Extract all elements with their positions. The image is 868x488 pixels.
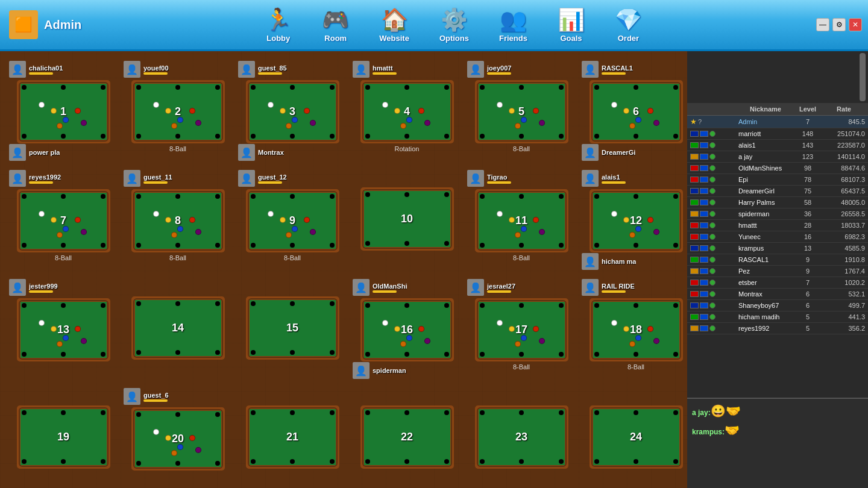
player1-avatar-1: 👤 <box>9 61 26 78</box>
pocket-bm-3 <box>290 134 295 139</box>
pool-table-13[interactable]: 13 <box>17 298 110 361</box>
pool-table-7[interactable]: 7 <box>17 189 110 252</box>
lb-row-7[interactable]: Harry Palms5848005.0 <box>687 197 868 208</box>
pool-table-19[interactable]: 19 <box>17 405 110 469</box>
player1-stars-7 <box>29 181 53 184</box>
table-cell-6: 👤RASCAL16👤DreamerGi <box>582 60 687 163</box>
pool-table-20[interactable]: 20 <box>131 407 225 471</box>
lb-flags-14 <box>690 280 738 286</box>
pool-table-2[interactable]: 2 <box>131 80 225 143</box>
pocket-tm-20 <box>175 412 180 417</box>
minimize-button[interactable]: — <box>816 18 829 31</box>
ball-4-table-1 <box>81 120 87 126</box>
pool-table-14[interactable]: 14 <box>131 296 225 360</box>
pocket-br-18 <box>673 352 678 357</box>
lb-row-3[interactable]: a jay123140114.0 <box>687 151 868 163</box>
lb-rate-17: 441.3 <box>823 313 865 321</box>
pool-table-4[interactable]: 4 <box>360 80 454 143</box>
table-number-11: 11 <box>515 214 527 227</box>
lb-row-13[interactable]: Pez91767.4 <box>687 266 868 277</box>
nav-item-friends[interactable]: 👥Friends <box>490 4 536 46</box>
pool-table-8[interactable]: 8 <box>131 189 225 252</box>
ball-5-table-9 <box>286 232 292 238</box>
pool-table-6[interactable]: 6 <box>590 80 683 143</box>
pocket-br-7 <box>101 243 105 248</box>
lb-row-0[interactable]: ★?Admin7845.5 <box>687 116 868 128</box>
ball-0-table-9 <box>268 211 274 217</box>
lb-row-15[interactable]: Montrax6532.1 <box>687 289 868 300</box>
pool-table-3[interactable]: 3 <box>246 80 339 143</box>
flag2-13 <box>700 268 708 274</box>
lb-row-12[interactable]: RASCAL191910.8 <box>687 254 868 266</box>
ball-5-table-20 <box>171 450 177 456</box>
settings-button[interactable]: ⚙ <box>832 18 846 31</box>
pool-table-23[interactable]: 23 <box>475 405 568 469</box>
pool-table-11[interactable]: 11 <box>475 189 568 252</box>
pool-table-15[interactable]: 15 <box>246 296 339 360</box>
close-button[interactable]: ✕ <box>849 18 862 31</box>
player1-name-3: guest_85 <box>258 64 287 72</box>
pocket-tr-11 <box>559 194 564 199</box>
pocket-tm-8 <box>175 194 180 199</box>
lb-row-14[interactable]: etsber71020.2 <box>687 277 868 289</box>
lb-row-18[interactable]: reyes19925356.2 <box>687 323 868 334</box>
table-cell-23: 23 <box>467 387 576 471</box>
pocket-bm-9 <box>290 243 295 248</box>
lb-level-16: 6 <box>793 302 823 309</box>
pocket-tl-19 <box>22 410 27 415</box>
pool-table-16[interactable]: 16 <box>360 298 454 361</box>
ball-1-table-13 <box>51 326 57 332</box>
nav-item-lobby[interactable]: 🏃Lobby <box>256 4 301 46</box>
pocket-bm-7 <box>61 243 66 248</box>
lb-name-4: OldManShines <box>738 164 793 172</box>
nav-item-room[interactable]: 🎮Room <box>313 4 358 46</box>
pool-table-9[interactable]: 9 <box>246 189 339 252</box>
pool-table-10[interactable]: 10 <box>360 187 454 251</box>
lb-row-11[interactable]: krampus134585.9 <box>687 243 868 254</box>
ball-0-table-2 <box>153 102 159 108</box>
player1-name-9: guest_12 <box>258 174 287 181</box>
pool-table-5[interactable]: 5 <box>475 80 568 143</box>
lb-name-9: hmattt <box>738 222 793 229</box>
lb-name-2: alais1 <box>738 142 793 149</box>
lb-rate-15: 532.1 <box>823 290 865 298</box>
lb-row-4[interactable]: OldManShines9888474.6 <box>687 163 868 174</box>
ball-1-table-3 <box>280 108 286 114</box>
nav-item-order[interactable]: 💎Order <box>606 4 651 46</box>
lb-row-2[interactable]: alais1143223587.0 <box>687 140 868 151</box>
pocket-tl-15 <box>251 301 256 306</box>
flag1-8 <box>690 211 699 217</box>
nav-item-website[interactable]: 🏠Website <box>370 4 418 46</box>
pool-table-1[interactable]: 1 <box>17 80 110 143</box>
game-area[interactable]: 👤chalicha011👤power pla👤youef0028-Ball👤gu… <box>0 51 687 488</box>
pocket-tl-22 <box>365 410 370 415</box>
table-cell-11: 👤Tigrao118-Ball <box>467 169 576 272</box>
table-cell-2: 👤youef0028-Ball <box>124 60 232 163</box>
table-label-11: 8-Ball <box>513 254 530 261</box>
lb-row-5[interactable]: Epi7868107.3 <box>687 174 868 186</box>
scrollbar-thumb[interactable] <box>860 53 866 101</box>
pocket-bl-9 <box>251 243 256 248</box>
pocket-bm-18 <box>634 352 638 357</box>
pool-table-17[interactable]: 17 <box>475 298 568 361</box>
nav-icon-friends: 👥 <box>500 7 527 33</box>
lb-row-8[interactable]: spiderman3626558.5 <box>687 208 868 220</box>
lb-row-6[interactable]: DreamerGirl7565437.5 <box>687 186 868 197</box>
pool-table-24[interactable]: 24 <box>590 405 683 469</box>
ball-1-table-17 <box>509 326 515 332</box>
status-5 <box>709 177 715 183</box>
lb-row-17[interactable]: hicham madih5441.3 <box>687 311 868 323</box>
nav-item-goals[interactable]: 📊Goals <box>549 4 594 46</box>
player1-stars-11 <box>487 181 511 184</box>
lb-row-16[interactable]: Shaneyboy676499.7 <box>687 300 868 311</box>
pool-table-18[interactable]: 18 <box>590 298 683 361</box>
pool-table-21[interactable]: 21 <box>246 405 339 469</box>
lb-level-8: 36 <box>793 210 823 217</box>
pool-table-22[interactable]: 22 <box>360 405 454 469</box>
table-label-7: 8-Ball <box>55 254 72 261</box>
lb-row-9[interactable]: hmattt2818033.7 <box>687 220 868 231</box>
lb-row-1[interactable]: marriott148251074.0 <box>687 128 868 140</box>
lb-row-10[interactable]: Yuneec166982.3 <box>687 231 868 243</box>
nav-item-options[interactable]: ⚙️Options <box>430 4 478 46</box>
pool-table-12[interactable]: 12 <box>590 189 683 252</box>
